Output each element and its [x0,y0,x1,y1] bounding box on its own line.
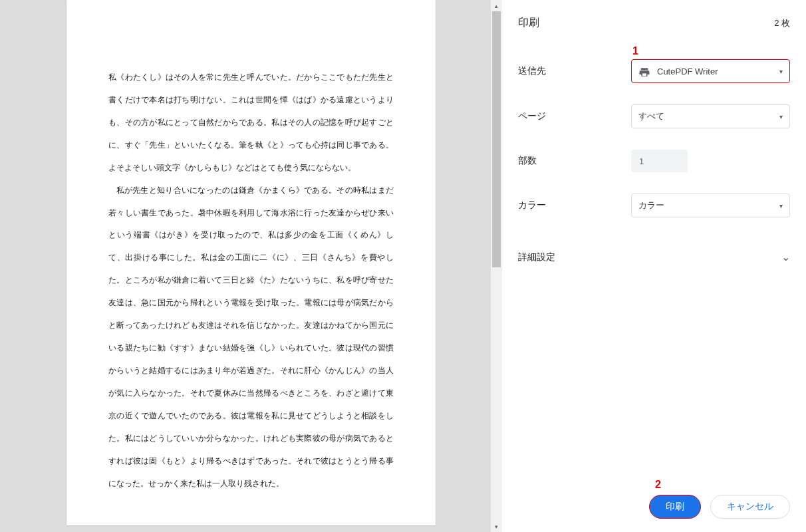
chevron-down-icon: ⌄ [781,251,790,263]
print-settings-panel: 印刷 2 枚 1 送信先 CutePDF Writer ▾ ページ すべて ▾ … [502,0,806,532]
print-button[interactable]: 印刷 [649,495,701,519]
panel-header: 印刷 2 枚 [518,13,790,35]
scroll-down-button[interactable]: ▾ [491,521,502,532]
dropdown-arrow-icon: ▾ [779,68,783,75]
row-color: カラー カラー ▾ [518,194,790,217]
print-preview-area: 私《わたくし》はその人を常に先生と呼んでいた。だからここでもただ先生と書くだけで… [0,0,502,532]
sheet-count: 2 枚 [774,17,790,29]
pages-select[interactable]: すべて ▾ [631,104,790,128]
destination-label: 送信先 [518,65,631,77]
panel-title: 印刷 [518,16,539,30]
cancel-button[interactable]: キャンセル [710,495,790,519]
preview-paragraph-1: 私《わたくし》はその人を常に先生と呼んでいた。だからここでもただ先生と書くだけで… [108,66,394,180]
copies-label: 部数 [518,155,631,167]
row-pages: ページ すべて ▾ [518,104,790,128]
color-label: カラー [518,200,631,211]
preview-scrollbar[interactable]: ▴ ▾ [491,0,502,532]
destination-select[interactable]: CutePDF Writer ▾ [631,59,790,83]
scroll-up-button[interactable]: ▴ [491,0,502,11]
preview-paragraph-2: 私が先生と知り合いになったのは鎌倉《かまくら》である。その時私はまだ若々しい書生… [108,180,394,495]
panel-footer: 印刷 キャンセル [649,495,790,519]
copies-input[interactable] [631,150,688,172]
dropdown-arrow-icon: ▾ [779,113,783,120]
callout-1: 1 [632,45,638,57]
preview-page: 私《わたくし》はその人を常に先生と呼んでいた。だからここでもただ先生と書くだけで… [67,0,436,525]
advanced-settings-label: 詳細設定 [518,251,555,263]
color-value: カラー [638,200,664,211]
scroll-thumb[interactable] [492,11,501,267]
destination-value: CutePDF Writer [657,66,718,76]
pages-value: すべて [638,110,664,122]
pages-label: ページ [518,110,631,122]
printer-icon [638,66,650,76]
callout-2: 2 [655,479,661,491]
advanced-settings-toggle[interactable]: 詳細設定 ⌄ [518,239,790,275]
dropdown-arrow-icon: ▾ [779,202,783,209]
row-copies: 部数 [518,150,790,172]
color-select[interactable]: カラー ▾ [631,194,790,217]
row-destination: 送信先 CutePDF Writer ▾ [518,59,790,83]
